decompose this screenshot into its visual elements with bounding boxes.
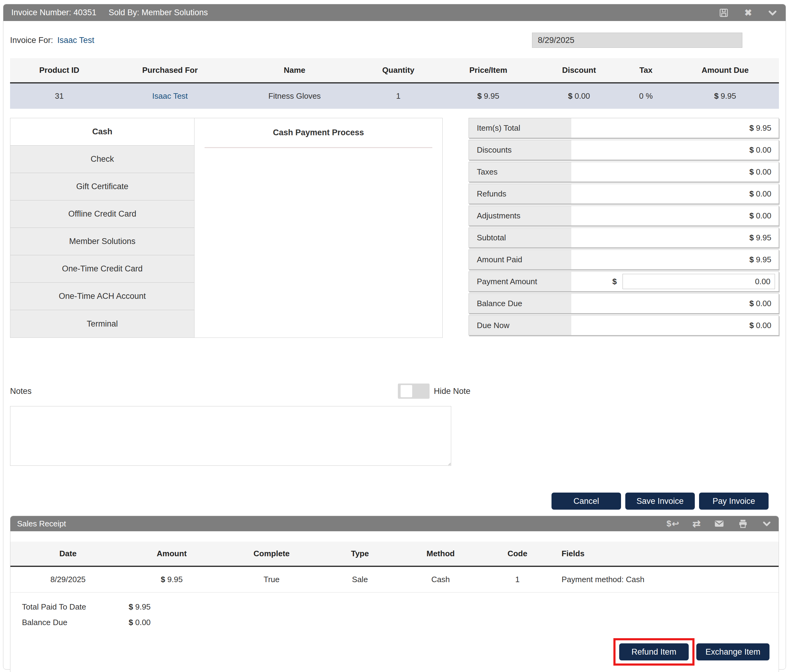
cash-payment-process-panel: Cash Payment Process bbox=[194, 118, 442, 338]
col-quantity: Quantity bbox=[358, 58, 439, 83]
receipt-header-row: Date Amount Complete Type Method Code Fi… bbox=[10, 541, 779, 566]
receipt-complete-cell: True bbox=[218, 566, 325, 592]
dollar-sign: $ bbox=[478, 91, 482, 100]
col-purchased-for: Purchased For bbox=[109, 58, 232, 83]
payment-method-member-solutions[interactable]: Member Solutions bbox=[10, 228, 194, 255]
dollar-sign: $ bbox=[749, 167, 754, 177]
dollar-sign: $ bbox=[714, 91, 718, 100]
refund-payment-icon[interactable]: $↩ bbox=[666, 519, 679, 529]
invoice-for-row: Invoice For: Isaac Test bbox=[10, 33, 779, 48]
invoice-window: Invoice Number: 40351 Sold By: Member So… bbox=[3, 4, 786, 670]
col-amount: Amount bbox=[126, 541, 218, 566]
refund-item-button[interactable]: Refund Item bbox=[619, 643, 689, 661]
payment-method-list: Cash Check Gift Certificate Offline Cred… bbox=[10, 118, 194, 338]
divider bbox=[204, 147, 433, 148]
collapse-chevron-icon[interactable] bbox=[762, 519, 772, 529]
col-fields: Fields bbox=[548, 541, 779, 566]
product-id-cell: 31 bbox=[10, 83, 109, 109]
payment-method-one-time-ach-account[interactable]: One-Time ACH Account bbox=[10, 283, 194, 310]
refund-item-highlight: Refund Item bbox=[613, 638, 695, 666]
payment-method-one-time-credit-card[interactable]: One-Time Credit Card bbox=[10, 255, 194, 283]
dollar-sign: $ bbox=[749, 189, 754, 199]
product-name-cell: Fitness Gloves bbox=[232, 83, 358, 109]
total-row-refunds: Refunds $0.00 bbox=[469, 184, 779, 204]
payment-method-gift-certificate[interactable]: Gift Certificate bbox=[10, 173, 194, 201]
col-date: Date bbox=[10, 541, 126, 566]
collapse-chevron-icon[interactable] bbox=[767, 8, 778, 18]
dollar-sign: $ bbox=[749, 211, 754, 221]
col-name: Name bbox=[232, 58, 358, 83]
purchased-for-link[interactable]: Isaac Test bbox=[152, 91, 188, 100]
invoice-for-label: Invoice For: bbox=[10, 36, 53, 45]
receipt-date-cell: 8/29/2025 bbox=[10, 566, 126, 592]
col-price-item: Price/Item bbox=[439, 58, 537, 83]
dollar-sign: $ bbox=[612, 277, 617, 287]
receipt-fields-cell: Payment method: Cash bbox=[548, 566, 779, 592]
exchange-item-button[interactable]: Exchange Item bbox=[696, 643, 770, 661]
total-row-taxes: Taxes $0.00 bbox=[469, 162, 779, 182]
sales-receipt-table: Date Amount Complete Type Method Code Fi… bbox=[10, 541, 779, 592]
dollar-sign: $ bbox=[749, 321, 754, 330]
price-item-cell: $9.95 bbox=[439, 83, 537, 109]
sold-by-label: Sold By: Member Solutions bbox=[109, 8, 208, 18]
product-table-header-row: Product ID Purchased For Name Quantity P… bbox=[10, 58, 779, 83]
total-row-balance-due: Balance Due $0.00 bbox=[469, 293, 779, 314]
col-product-id: Product ID bbox=[10, 58, 109, 83]
hide-note-toggle[interactable] bbox=[398, 384, 430, 399]
sales-receipt-card: Sales Receipt $↩ ⇄ bbox=[10, 516, 779, 672]
payment-method-cash[interactable]: Cash bbox=[10, 118, 194, 146]
receipt-amount-cell: $9.95 bbox=[126, 566, 218, 592]
notes-label: Notes bbox=[10, 387, 32, 396]
total-row-subtotal: Subtotal $9.95 bbox=[469, 228, 779, 248]
discount-cell: $0.00 bbox=[537, 83, 620, 109]
email-icon[interactable] bbox=[714, 519, 724, 529]
product-row[interactable]: 31 Isaac Test Fitness Gloves 1 $9.95 $0.… bbox=[10, 83, 779, 109]
tax-cell: 0 % bbox=[620, 83, 671, 109]
total-row-due-now: Due Now $0.00 bbox=[469, 315, 779, 335]
col-method: Method bbox=[394, 541, 487, 566]
cancel-button[interactable]: Cancel bbox=[551, 492, 621, 510]
total-paid-to-date-row: Total Paid To Date $9.95 bbox=[22, 602, 779, 611]
sales-receipt-title-bar: Sales Receipt $↩ ⇄ bbox=[10, 516, 779, 531]
notes-textarea[interactable] bbox=[10, 406, 451, 466]
toggle-knob bbox=[401, 385, 412, 397]
dollar-sign: $ bbox=[749, 145, 754, 155]
dollar-sign: $ bbox=[161, 575, 165, 584]
dollar-sign: $ bbox=[568, 91, 572, 100]
sales-receipt-title: Sales Receipt bbox=[17, 519, 66, 529]
invoice-number-label: Invoice Number: 40351 bbox=[11, 8, 96, 18]
col-code: Code bbox=[487, 541, 548, 566]
invoice-title-bar: Invoice Number: 40351 Sold By: Member So… bbox=[3, 4, 786, 21]
dollar-sign: $ bbox=[749, 299, 754, 308]
payment-method-terminal[interactable]: Terminal bbox=[10, 310, 194, 338]
invoice-date-input[interactable] bbox=[532, 33, 743, 48]
receipt-code-cell: 1 bbox=[487, 566, 548, 592]
dollar-sign: $ bbox=[749, 123, 754, 133]
total-row-adjustments: Adjustments $0.00 bbox=[469, 205, 779, 226]
payment-method-check[interactable]: Check bbox=[10, 146, 194, 173]
member-name-link[interactable]: Isaac Test bbox=[57, 36, 94, 45]
print-icon[interactable] bbox=[738, 519, 748, 529]
col-amount-due: Amount Due bbox=[671, 58, 779, 83]
col-discount: Discount bbox=[537, 58, 620, 83]
receipt-type-cell: Sale bbox=[325, 566, 394, 592]
col-complete: Complete bbox=[218, 541, 325, 566]
exchange-icon[interactable]: ⇄ bbox=[692, 519, 701, 529]
close-icon[interactable]: ✖ bbox=[743, 8, 753, 18]
save-icon[interactable] bbox=[719, 8, 729, 18]
payment-amount-input[interactable] bbox=[623, 274, 775, 289]
pay-invoice-button[interactable]: Pay Invoice bbox=[699, 492, 768, 510]
dollar-sign: $ bbox=[129, 618, 133, 627]
payment-method-offline-credit-card[interactable]: Offline Credit Card bbox=[10, 201, 194, 228]
save-invoice-button[interactable]: Save Invoice bbox=[625, 492, 695, 510]
hide-note-label: Hide Note bbox=[434, 387, 470, 396]
dollar-sign: $ bbox=[129, 602, 133, 611]
dollar-sign: $ bbox=[749, 233, 754, 242]
balance-due-row: Balance Due $0.00 bbox=[22, 618, 779, 627]
receipt-row[interactable]: 8/29/2025 $9.95 True Sale Cash 1 Payment… bbox=[10, 566, 779, 592]
totals-panel: Item(s) Total $9.95 Discounts $0.00 Taxe… bbox=[469, 118, 779, 337]
product-table: Product ID Purchased For Name Quantity P… bbox=[10, 58, 779, 109]
dollar-sign: $ bbox=[749, 255, 754, 264]
receipt-summary: Total Paid To Date $9.95 Balance Due $0.… bbox=[10, 592, 779, 627]
quantity-cell: 1 bbox=[358, 83, 439, 109]
